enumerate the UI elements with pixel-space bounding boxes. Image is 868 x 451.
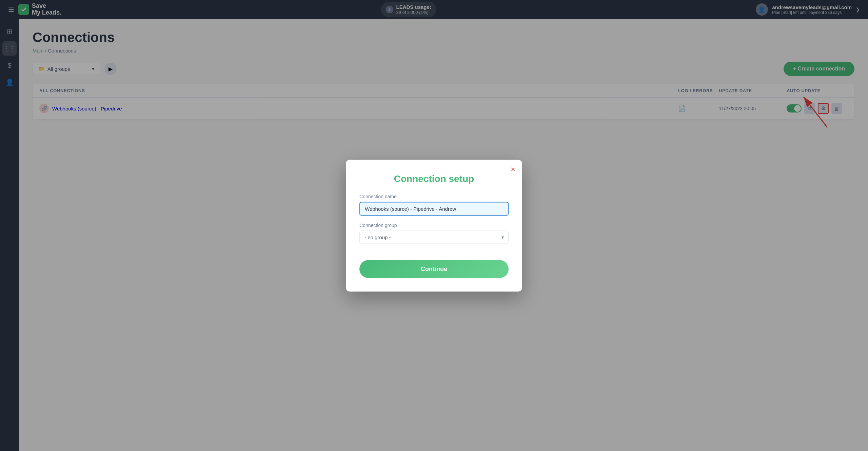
modal-close-button[interactable]: × — [511, 165, 515, 173]
continue-button[interactable]: Continue — [359, 260, 509, 278]
connection-group-select[interactable]: - no group - Group 1 Group 2 — [359, 230, 509, 244]
group-select-wrapper: - no group - Group 1 Group 2 ▾ — [359, 230, 509, 244]
connection-group-group: Connection group - no group - Group 1 Gr… — [359, 222, 509, 244]
connection-name-input[interactable] — [359, 202, 509, 216]
modal-title: Connection setup — [359, 173, 509, 184]
connection-name-label: Connection name — [359, 193, 509, 199]
connection-setup-modal: × Connection setup Connection name Conne… — [346, 160, 522, 291]
connection-name-group: Connection name — [359, 193, 509, 216]
connection-group-label: Connection group — [359, 222, 509, 228]
